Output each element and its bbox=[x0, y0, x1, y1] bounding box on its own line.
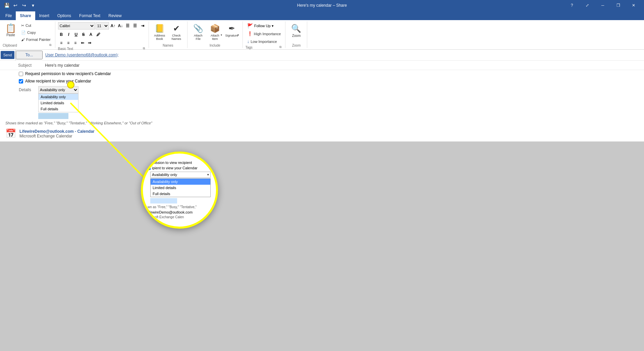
mag-selected-bar bbox=[150, 198, 177, 203]
names-content: 📒 AddressBook ✔ CheckNames bbox=[152, 22, 184, 43]
grow-font-button[interactable]: A↑ bbox=[110, 22, 116, 29]
allow-view-checkbox[interactable] bbox=[19, 79, 23, 83]
rtl-button[interactable]: ⇐ bbox=[79, 40, 86, 46]
save-button[interactable]: 💾 bbox=[3, 1, 11, 9]
ribbon-group-zoom: 🔍 Zoom Zoom bbox=[285, 21, 307, 48]
send-btn-container: Send bbox=[0, 50, 15, 60]
copy-icon: 📄 bbox=[21, 31, 26, 35]
allow-view-label[interactable]: Allow recipient to view your Calendar bbox=[25, 79, 91, 83]
mag-option-availability[interactable]: Availability only bbox=[151, 179, 210, 185]
font-family-select[interactable]: Calibri bbox=[58, 22, 95, 30]
tab-format-text[interactable]: Format Text bbox=[75, 11, 104, 20]
request-permission-label[interactable]: Request permission to view recipient's C… bbox=[25, 71, 111, 76]
allow-view-row: Allow recipient to view your Calendar bbox=[0, 77, 644, 85]
font-size-select[interactable]: 11 bbox=[96, 22, 109, 30]
mag-checkbox-2: ipient to view your Calendar bbox=[146, 166, 213, 170]
main-content: mission to view recipient ipient to view… bbox=[0, 141, 644, 351]
close-button[interactable]: ✕ bbox=[626, 0, 641, 11]
details-dropdown: Availability only Limited details Full d… bbox=[38, 94, 78, 112]
tags-launcher[interactable]: ⧉ bbox=[278, 45, 282, 49]
tab-file[interactable]: File bbox=[1, 11, 16, 20]
follow-up-button[interactable]: 🚩 Follow Up ▾ bbox=[246, 22, 283, 30]
request-permission-row: Request permission to view recipient's C… bbox=[0, 70, 644, 77]
details-label: Details bbox=[19, 86, 36, 92]
mag-select-container: Availability only ▾ bbox=[146, 172, 213, 178]
maximize-button[interactable]: ❐ bbox=[610, 0, 626, 11]
redo-button[interactable]: ↪ bbox=[20, 1, 28, 9]
minimize-button[interactable]: ─ bbox=[595, 0, 610, 11]
font-style-btns: B I U S A 🖊 bbox=[58, 31, 102, 38]
restore-button[interactable]: ⤢ bbox=[580, 0, 595, 11]
list2-button[interactable]: ☰ bbox=[132, 22, 139, 29]
clipboard-content: 📋 Paste ✂ Cut 📄 Copy 🖌 Format Painter bbox=[3, 22, 52, 43]
align-left-button[interactable]: ≡ bbox=[58, 40, 65, 46]
paste-button[interactable]: 📋 Paste bbox=[3, 22, 19, 42]
calendar-icon: 📅 bbox=[5, 128, 16, 139]
magnified-content: mission to view recipient ipient to view… bbox=[143, 154, 216, 219]
high-importance-button[interactable]: ❗ High Importance bbox=[246, 30, 283, 37]
mag-checkbox-2-input[interactable] bbox=[146, 166, 151, 170]
follow-up-icon: 🚩 bbox=[247, 23, 253, 28]
annotation-dot bbox=[67, 81, 74, 89]
shrink-font-button[interactable]: A↓ bbox=[117, 22, 124, 29]
signature-label: Signature bbox=[225, 34, 238, 37]
mag-option-full[interactable]: Full details bbox=[151, 191, 210, 197]
dropdown-item-limited[interactable]: Limited details bbox=[39, 100, 78, 106]
subject-input[interactable] bbox=[42, 62, 644, 69]
tab-options[interactable]: Options bbox=[53, 11, 75, 20]
low-importance-button[interactable]: ↓ Low Importance bbox=[246, 38, 283, 45]
check-names-button[interactable]: ✔ CheckNames bbox=[168, 22, 184, 42]
mag-option-limited[interactable]: Limited details bbox=[151, 185, 210, 191]
dropdown-item-full[interactable]: Full details bbox=[39, 106, 78, 112]
subject-label: Subject bbox=[15, 62, 42, 69]
calendar-row: 📅 LifewireDemo@outlook.com - Calendar Mi… bbox=[0, 126, 644, 141]
request-permission-checkbox[interactable] bbox=[19, 72, 23, 76]
align-right-button[interactable]: ≡ bbox=[72, 40, 79, 46]
attach-item-button[interactable]: 📦 AttachItem ▾ bbox=[207, 22, 223, 42]
align-center-button[interactable]: ≡ bbox=[65, 40, 72, 46]
format-painter-button[interactable]: 🖌 Format Painter bbox=[19, 36, 52, 43]
title-bar: 💾 ↩ ↪ ▾ Here's my calendar – Share ? ⤢ ─… bbox=[0, 0, 644, 11]
customize-qa[interactable]: ▾ bbox=[29, 1, 37, 9]
basic-text-launcher[interactable]: ⧉ bbox=[142, 46, 146, 51]
cut-button[interactable]: ✂ Cut bbox=[19, 22, 52, 29]
calendar-sub: Microsoft Exchange Calendar bbox=[19, 134, 95, 138]
check-names-label: CheckNames bbox=[171, 34, 181, 41]
clipboard-launcher[interactable]: ⧉ bbox=[48, 43, 52, 47]
italic-button[interactable]: I bbox=[65, 31, 72, 38]
ribbon-group-tags: 🚩 Follow Up ▾ ❗ High Importance ↓ Low Im… bbox=[243, 21, 286, 48]
signature-button[interactable]: ✒ Signature ▾ bbox=[224, 22, 240, 42]
mag-select-display[interactable]: Availability only ▾ bbox=[150, 172, 211, 178]
indent-button[interactable]: ⇥ bbox=[139, 22, 146, 29]
attach-file-icon: 📎 bbox=[193, 24, 203, 33]
help-button[interactable]: ? bbox=[564, 0, 580, 11]
mag-checkbox-1-input[interactable] bbox=[146, 160, 151, 165]
dropdown-item-availability[interactable]: Availability only bbox=[39, 94, 78, 100]
copy-label: Copy bbox=[27, 31, 36, 35]
include-group-label: Include bbox=[210, 44, 220, 47]
quick-access-toolbar: 💾 ↩ ↪ ▾ bbox=[3, 1, 37, 9]
copy-button[interactable]: 📄 Copy bbox=[19, 29, 52, 36]
clipboard-small-btns: ✂ Cut 📄 Copy 🖌 Format Painter bbox=[19, 22, 52, 43]
highlight-button[interactable]: 🖊 bbox=[95, 31, 102, 38]
font-color-button[interactable]: A bbox=[88, 31, 94, 38]
address-book-button[interactable]: 📒 AddressBook bbox=[152, 22, 168, 42]
bold-button[interactable]: B bbox=[58, 31, 65, 38]
tab-share[interactable]: Share bbox=[16, 11, 35, 20]
to-input[interactable] bbox=[43, 51, 644, 59]
strikethrough-button[interactable]: S bbox=[80, 31, 87, 38]
low-importance-label: Low Importance bbox=[251, 40, 277, 44]
tab-review[interactable]: Review bbox=[104, 11, 125, 20]
low-importance-icon: ↓ bbox=[247, 39, 250, 44]
font-controls-top: Calibri 11 A↑ A↓ ☰ ☰ ⇥ bbox=[58, 22, 146, 30]
attach-file-button[interactable]: 📎 AttachFile bbox=[190, 22, 206, 42]
address-book-icon: 📒 bbox=[155, 24, 165, 33]
to-button[interactable]: To... bbox=[16, 51, 43, 59]
ltr-button[interactable]: ⇒ bbox=[86, 40, 93, 46]
list-button[interactable]: ☰ bbox=[124, 22, 131, 29]
send-button[interactable]: Send bbox=[1, 51, 15, 59]
underline-button[interactable]: U bbox=[73, 31, 79, 38]
tab-insert[interactable]: Insert bbox=[35, 11, 53, 20]
undo-button[interactable]: ↩ bbox=[11, 1, 19, 9]
zoom-button[interactable]: 🔍 Zoom bbox=[288, 22, 304, 42]
